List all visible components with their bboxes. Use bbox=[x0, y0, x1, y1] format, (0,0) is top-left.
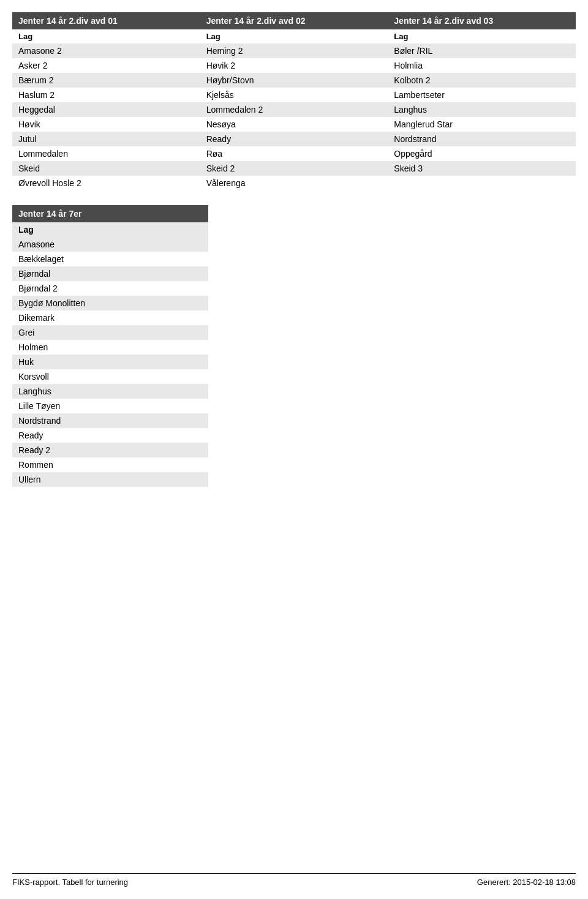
list-item: Haslum 2 bbox=[12, 88, 200, 102]
table-row: HøvikNesøyaManglerud Star bbox=[12, 117, 576, 132]
list-item: Bjørndal bbox=[12, 266, 208, 281]
teams-list-7er: Lag AmasoneBækkelagetBjørndalBjørndal 2B… bbox=[12, 222, 208, 487]
div01-col-header: Lag bbox=[12, 29, 200, 43]
list-item: Høybr/Stovn bbox=[200, 73, 388, 88]
list-item: Kolbotn 2 bbox=[388, 73, 576, 88]
table-row: Amasone 2Heming 2Bøler /RIL bbox=[12, 43, 576, 58]
list-item: Høvik bbox=[12, 117, 200, 132]
list-item bbox=[388, 176, 576, 190]
table-row: Asker 2Høvik 2Holmlia bbox=[12, 58, 576, 73]
col-header-7er: Lag bbox=[12, 222, 208, 237]
list-item: Langhus bbox=[12, 384, 208, 399]
list-item: Ready bbox=[200, 132, 388, 146]
list-item: Jutul bbox=[12, 132, 200, 146]
footer-report-label: FIKS-rapport. Tabell for turnering bbox=[12, 878, 128, 887]
list-item: Bækkelaget bbox=[12, 252, 208, 266]
table-row: Haslum 2KjelsåsLambertseter bbox=[12, 88, 576, 102]
div02-col-header: Lag bbox=[200, 29, 388, 43]
list-item: Skeid bbox=[12, 161, 200, 176]
list-item: Bøler /RIL bbox=[388, 43, 576, 58]
list-item: Amasone bbox=[12, 237, 208, 252]
footer-generated: Generert: 2015-02-18 13:08 bbox=[477, 878, 576, 887]
list-item: Lommedalen bbox=[12, 146, 200, 161]
list-item: Nordstrand bbox=[12, 413, 208, 428]
list-item: Rommen bbox=[12, 457, 208, 472]
list-item: Lommedalen 2 bbox=[200, 102, 388, 117]
list-item: Holmlia bbox=[388, 58, 576, 73]
list-item: Skeid 2 bbox=[200, 161, 388, 176]
table-row: Bærum 2Høybr/StovnKolbotn 2 bbox=[12, 73, 576, 88]
table-row: SkeidSkeid 2Skeid 3 bbox=[12, 161, 576, 176]
list-item: Skeid 3 bbox=[388, 161, 576, 176]
table-row: JutulReadyNordstrand bbox=[12, 132, 576, 146]
list-item: Ready 2 bbox=[12, 443, 208, 457]
list-item: Høvik 2 bbox=[200, 58, 388, 73]
table-row: Øvrevoll Hosle 2Vålerenga bbox=[12, 176, 576, 190]
section-7er-header: Jenter 14 år 7er bbox=[12, 205, 208, 222]
list-item: Amasone 2 bbox=[12, 43, 200, 58]
list-item: Røa bbox=[200, 146, 388, 161]
list-item: Lambertseter bbox=[388, 88, 576, 102]
list-item: Vålerenga bbox=[200, 176, 388, 190]
list-item: Ready bbox=[12, 428, 208, 443]
list-item: Øvrevoll Hosle 2 bbox=[12, 176, 200, 190]
div03-col-header: Lag bbox=[388, 29, 576, 43]
list-item: Korsvoll bbox=[12, 369, 208, 384]
list-item: Heggedal bbox=[12, 102, 200, 117]
list-item: Nesøya bbox=[200, 117, 388, 132]
list-item: Holmen bbox=[12, 340, 208, 355]
list-item: Manglerud Star bbox=[388, 117, 576, 132]
divisions-table: Jenter 14 år 2.div avd 01 Jenter 14 år 2… bbox=[12, 12, 576, 190]
list-item: Heming 2 bbox=[200, 43, 388, 58]
table-row: LommedalenRøaOppegård bbox=[12, 146, 576, 161]
list-item: Lille Tøyen bbox=[12, 399, 208, 413]
div02-header: Jenter 14 år 2.div avd 02 bbox=[200, 12, 388, 29]
list-item: Bærum 2 bbox=[12, 73, 200, 88]
footer: FIKS-rapport. Tabell for turnering Gener… bbox=[12, 873, 576, 887]
list-item: Asker 2 bbox=[12, 58, 200, 73]
list-item: Langhus bbox=[388, 102, 576, 117]
div03-header: Jenter 14 år 2.div avd 03 bbox=[388, 12, 576, 29]
list-item: Kjelsås bbox=[200, 88, 388, 102]
list-item: Dikemark bbox=[12, 310, 208, 325]
list-item: Ullern bbox=[12, 472, 208, 487]
list-item: Bjørndal 2 bbox=[12, 281, 208, 296]
list-item: Huk bbox=[12, 355, 208, 369]
main-content: Jenter 14 år 2.div avd 01 Jenter 14 år 2… bbox=[0, 0, 588, 524]
list-item: Nordstrand bbox=[388, 132, 576, 146]
div01-header: Jenter 14 år 2.div avd 01 bbox=[12, 12, 200, 29]
list-item: Grei bbox=[12, 325, 208, 340]
list-item: Oppegård bbox=[388, 146, 576, 161]
list-item: Bygdø Monolitten bbox=[12, 296, 208, 310]
table-row: HeggedalLommedalen 2Langhus bbox=[12, 102, 576, 117]
